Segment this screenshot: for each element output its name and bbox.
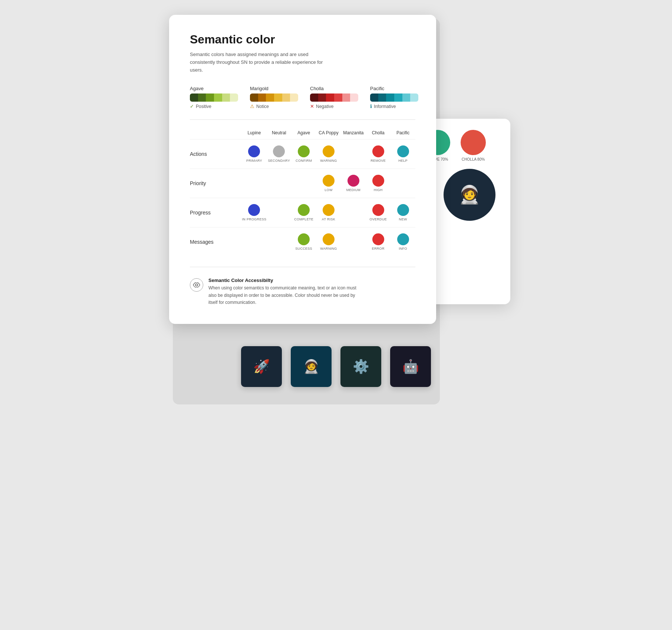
- swatch-cholla-semantic-label: Negative: [316, 104, 333, 109]
- dot-warning-msg: WARNING: [316, 233, 341, 250]
- dot-info-circle: [397, 233, 409, 245]
- dot-confirm-label: CONFIRM: [296, 159, 312, 163]
- header-agave: Agave: [291, 130, 316, 135]
- swatch-pacific: Pacific ℹ Informative: [370, 86, 418, 109]
- warning-icon: ⚠: [250, 104, 254, 109]
- dot-medium-label: MEDIUM: [346, 188, 360, 192]
- table-header: Lupine Neutral Agave CA Poppy Manzanita …: [190, 130, 415, 139]
- swatch-agave-label: Agave: [190, 86, 238, 91]
- dot-complete-label: COMPLETE: [294, 217, 313, 221]
- dot-confirm-circle: [298, 145, 310, 157]
- main-card: Semantic color Semantic colors have assi…: [169, 15, 436, 324]
- swatch-marigold-semantic-label: Notice: [256, 104, 269, 109]
- dot-primary: PRIMARY: [242, 145, 267, 163]
- swatch-marigold-strip: [250, 93, 298, 102]
- dot-confirm: CONFIRM: [291, 145, 316, 163]
- dot-error-circle: [372, 233, 384, 245]
- dot-help-circle: [397, 145, 409, 157]
- accessibility-box: Semantic Color Accessibilty When using c…: [190, 278, 415, 306]
- circle-cholla80-shape: [461, 130, 486, 155]
- dot-new: NEW: [391, 204, 415, 221]
- eye-icon: [190, 278, 203, 292]
- swatch-marigold: Marigold ⚠ Notice: [250, 86, 298, 109]
- header-neutral: Neutral: [267, 130, 291, 135]
- swatch-cholla-strip: [310, 93, 358, 102]
- swatch-cholla-semantic: ✕ Negative: [310, 104, 358, 109]
- dot-remove: REMOVE: [366, 145, 391, 163]
- dot-medium-circle: [347, 175, 359, 187]
- dot-overdue-label: OVERDUE: [369, 217, 387, 221]
- dot-success-circle: [298, 233, 310, 245]
- row-title-messages: Messages: [190, 239, 242, 245]
- dot-error: ERROR: [366, 233, 391, 250]
- dot-secondary: SECONDARY: [267, 145, 291, 163]
- header-cholla: Cholla: [366, 130, 391, 135]
- dot-low: LOW: [316, 175, 341, 192]
- info-icon: ℹ: [370, 104, 372, 109]
- dot-remove-label: REMOVE: [370, 159, 386, 163]
- back-illus-2: 🧑‍🚀: [444, 169, 495, 221]
- accessibility-title: Semantic Color Accessibilty: [208, 278, 364, 283]
- dot-success-label: SUCCESS: [295, 247, 312, 250]
- swatch-pacific-semantic: ℹ Informative: [370, 104, 418, 109]
- dot-warning-action-label: WARNING: [320, 159, 337, 163]
- swatch-pacific-semantic-label: Informative: [374, 104, 396, 109]
- dot-new-label: NEW: [399, 217, 407, 221]
- dot-low-circle: [323, 175, 335, 187]
- dot-at-risk-circle: [323, 204, 335, 216]
- dot-new-circle: [397, 204, 409, 216]
- check-icon: ✓: [190, 104, 194, 109]
- swatch-pacific-strip: [370, 93, 418, 102]
- dot-complete: COMPLETE: [291, 204, 316, 221]
- dot-at-risk-label: AT RISK: [322, 217, 335, 221]
- header-manzanita: Manzanita: [341, 130, 366, 135]
- header-pacific: Pacific: [391, 130, 415, 135]
- eye-svg: [193, 282, 200, 288]
- dot-secondary-label: SECONDARY: [268, 159, 290, 163]
- header-empty: [190, 130, 242, 135]
- row-title-progress: Progress: [190, 210, 242, 216]
- table-row-actions: Actions PRIMARY SECONDARY CONFIRM WARNIN…: [190, 139, 415, 168]
- accessibility-text: When using color semantics to communicat…: [208, 285, 364, 306]
- dot-medium: MEDIUM: [341, 175, 366, 192]
- semantic-table: Lupine Neutral Agave CA Poppy Manzanita …: [190, 130, 415, 256]
- page-wrapper: Semantic color Semantic colors have assi…: [169, 15, 503, 423]
- dot-high: HIGH: [366, 175, 391, 192]
- dot-success: SUCCESS: [291, 233, 316, 250]
- dot-warning-msg-label: WARNING: [320, 247, 337, 250]
- dot-complete-circle: [298, 204, 310, 216]
- divider-bottom: [190, 267, 415, 267]
- dot-overdue-circle: [372, 204, 384, 216]
- dot-warning-action: WARNING: [316, 145, 341, 163]
- circle-cholla80: CHOLLA 80%: [461, 130, 486, 161]
- swatch-pacific-label: Pacific: [370, 86, 418, 91]
- dot-secondary-circle: [273, 145, 285, 157]
- dot-primary-circle: [248, 145, 260, 157]
- accessibility-content: Semantic Color Accessibilty When using c…: [208, 278, 364, 306]
- dot-primary-label: PRIMARY: [246, 159, 262, 163]
- dot-help: HELP: [391, 145, 415, 163]
- dot-low-label: LOW: [325, 188, 332, 192]
- header-ca-poppy: CA Poppy: [316, 130, 341, 135]
- dot-warning-msg-circle: [323, 233, 335, 245]
- dot-overdue: OVERDUE: [366, 204, 391, 221]
- swatch-agave-semantic: ✓ Positive: [190, 104, 238, 109]
- swatch-agave-semantic-label: Positive: [196, 104, 211, 109]
- dot-in-progress: IN PROGRESS: [242, 204, 267, 221]
- dot-error-label: ERROR: [372, 247, 385, 250]
- svg-point-0: [195, 284, 198, 286]
- dot-remove-circle: [372, 145, 384, 157]
- dot-warning-action-circle: [323, 145, 335, 157]
- table-row-progress: Progress IN PROGRESS COMPLETE AT RISK: [190, 198, 415, 227]
- divider-top: [190, 119, 415, 120]
- page-title: Semantic color: [190, 33, 415, 46]
- swatch-marigold-label: Marigold: [250, 86, 298, 91]
- x-icon: ✕: [310, 104, 314, 109]
- table-row-messages: Messages SUCCESS WARNING ERROR: [190, 227, 415, 256]
- table-row-priority: Priority LOW MEDIUM HIGH: [190, 168, 415, 198]
- swatch-cholla-label: Cholla: [310, 86, 358, 91]
- circle-cholla80-label: CHOLLA 80%: [462, 157, 485, 161]
- swatch-marigold-semantic: ⚠ Notice: [250, 104, 298, 109]
- dot-info: INFO: [391, 233, 415, 250]
- header-lupine: Lupine: [242, 130, 267, 135]
